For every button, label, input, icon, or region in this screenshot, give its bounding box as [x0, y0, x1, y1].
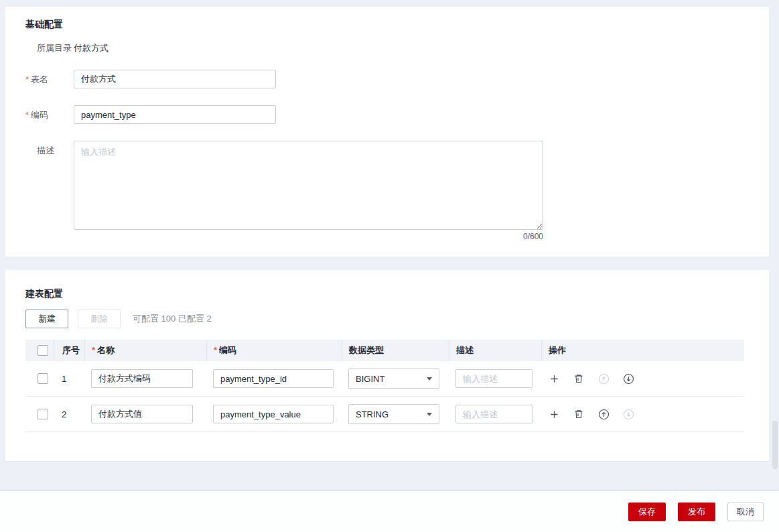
table-row: 1 BIGINT: [25, 361, 744, 397]
row-number: 1: [54, 361, 84, 396]
header-checkbox-cell: [25, 340, 54, 361]
basic-config-card: 基础配置 所属目录 付款方式 *表名 *编码 描述 0/600: [5, 7, 769, 257]
table-header-row: 序号 *名称 *编码 数据类型 描述 操作: [25, 340, 744, 361]
char-counter: 0/600: [74, 232, 543, 241]
add-row-icon[interactable]: [548, 373, 560, 385]
scrollbar[interactable]: [772, 421, 778, 469]
row-select-checkbox[interactable]: [38, 373, 48, 384]
select-all-checkbox[interactable]: [38, 345, 48, 356]
chevron-down-icon: [427, 377, 432, 381]
header-desc: 描述: [449, 340, 541, 361]
description-label: 描述: [25, 141, 74, 157]
header-name: *名称: [84, 340, 206, 361]
footer-action-bar: 保存 发布 取消: [0, 491, 779, 532]
header-no: 序号: [54, 340, 84, 361]
table-name-row: *表名: [25, 70, 749, 88]
data-type-select[interactable]: STRING: [348, 404, 439, 424]
save-button[interactable]: 保存: [628, 503, 666, 521]
column-desc-input[interactable]: [455, 369, 533, 388]
required-asterisk: *: [214, 340, 217, 361]
table-config-card: 建表配置 新建 删除 可配置 100 已配置 2 序号 *名称 *编码 数据类型…: [5, 270, 769, 461]
data-type-select[interactable]: BIGINT: [348, 369, 439, 389]
header-ops: 操作: [541, 340, 744, 361]
column-name-input[interactable]: [91, 405, 193, 423]
data-type-value: BIGINT: [356, 374, 384, 384]
quota-text: 可配置 100 已配置 2: [133, 313, 212, 325]
code-label: *编码: [25, 105, 74, 121]
header-type: 数据类型: [342, 340, 449, 361]
description-row: 描述 0/600: [25, 141, 749, 241]
table-toolbar: 新建 删除 可配置 100 已配置 2: [25, 310, 749, 328]
catalog-row: 所属目录 付款方式: [25, 42, 749, 54]
column-desc-input[interactable]: [455, 405, 533, 423]
basic-config-title: 基础配置: [25, 19, 749, 31]
required-asterisk: *: [92, 340, 95, 361]
table-row: 2 STRING: [25, 397, 744, 432]
table-config-title: 建表配置: [25, 288, 749, 300]
move-up-icon: [597, 373, 610, 385]
delete-row-icon[interactable]: [573, 408, 585, 420]
catalog-value: 付款方式: [74, 42, 109, 54]
move-down-icon[interactable]: [622, 373, 634, 385]
code-input[interactable]: [74, 105, 276, 124]
required-asterisk: *: [25, 74, 29, 84]
data-type-value: STRING: [356, 409, 388, 419]
column-code-input[interactable]: [213, 369, 334, 388]
required-asterisk: *: [25, 110, 29, 120]
delete-button: 删除: [78, 310, 121, 328]
publish-button[interactable]: 发布: [678, 503, 715, 521]
catalog-label: 所属目录: [25, 42, 74, 54]
new-button[interactable]: 新建: [25, 310, 68, 328]
table-name-input[interactable]: [74, 70, 276, 88]
chevron-down-icon: [427, 413, 432, 416]
description-textarea[interactable]: [74, 141, 543, 230]
row-select-checkbox[interactable]: [38, 409, 48, 419]
move-down-icon: [622, 408, 634, 420]
move-up-icon[interactable]: [597, 408, 610, 420]
cancel-button[interactable]: 取消: [727, 503, 764, 521]
columns-table: 序号 *名称 *编码 数据类型 描述 操作 1 BIGINT: [25, 340, 744, 432]
table-name-label: *表名: [25, 70, 74, 86]
row-number: 2: [54, 397, 84, 431]
code-row: *编码: [25, 105, 749, 124]
header-code: *编码: [206, 340, 342, 361]
column-code-input[interactable]: [213, 405, 334, 423]
delete-row-icon[interactable]: [573, 373, 585, 385]
add-row-icon[interactable]: [548, 408, 560, 420]
column-name-input[interactable]: [91, 369, 193, 388]
